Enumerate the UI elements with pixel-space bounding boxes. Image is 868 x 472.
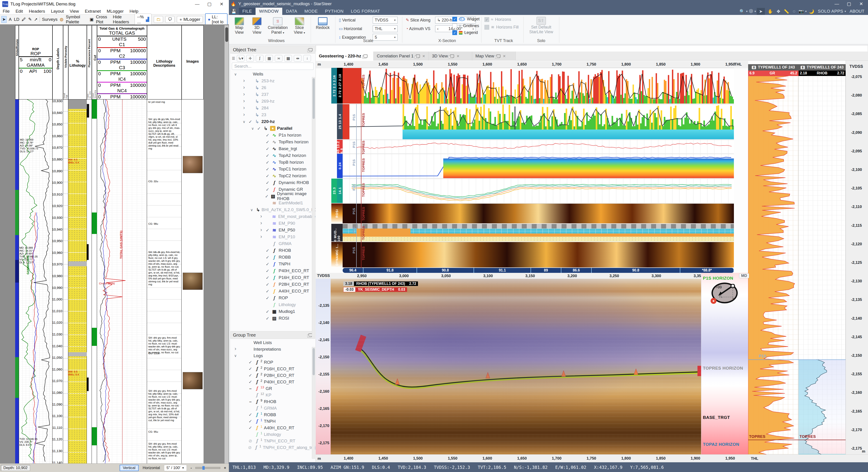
azimuth-decrement[interactable]: ‹ [437, 27, 438, 31]
ll-button[interactable]: ●LL: [not lo [205, 13, 227, 26]
object-tree-row[interactable]: 237 [230, 91, 315, 98]
starsteer-menu-item[interactable]: DATA [282, 8, 301, 15]
visibility-check-icon[interactable] [248, 412, 253, 417]
expand-icon[interactable] [259, 228, 264, 232]
dynamic-image-rhob-track[interactable] [343, 203, 734, 223]
visibility-check-icon[interactable] [265, 146, 270, 152]
starsteer-menu-item[interactable]: FILE [239, 8, 255, 15]
group-tree-scrollbar[interactable] [312, 347, 315, 459]
gridlines-checkbox[interactable]: ⌗Gridlines [452, 24, 480, 28]
dynamic-gr-track[interactable] [343, 68, 734, 103]
object-tree-row[interactable]: Parallel [230, 125, 315, 132]
object-tree-row[interactable]: EM_P10 [230, 233, 315, 240]
object-tree-row[interactable]: Base_trgt [230, 145, 315, 152]
quality-segment[interactable]: 91.8 [364, 268, 417, 273]
tlog-maximize-button[interactable]: ▢ [205, 1, 214, 7]
typewell-rhob-header[interactable]: ⬇ TYPEWELL1 OF 243 [799, 64, 846, 70]
object-tree-row[interactable]: RHOB [230, 247, 315, 254]
arrow-tool-icon[interactable]: ➚ [34, 17, 40, 22]
cursor-tool-icon[interactable]: ➤ [757, 8, 765, 15]
tlog-menu-item[interactable]: Headers [29, 9, 45, 14]
brush-tool-icon[interactable]: 🖉 [22, 17, 26, 22]
object-tree-row[interactable]: Wells [230, 71, 315, 77]
tlog-close-button[interactable]: ✕ [217, 1, 227, 7]
group-tree-row[interactable]: Logs [230, 352, 315, 359]
tlog-titlebar[interactable]: TLog TLog Projects\WITSML Demo.tlog — ▢ … [0, 0, 229, 8]
object-tree-header[interactable]: Object Tree [230, 46, 315, 54]
folder-button[interactable]: 🗀 [154, 16, 163, 23]
rosi-image-track[interactable] [343, 242, 734, 268]
group-tree-row[interactable]: 1 ROBB [230, 411, 315, 418]
hide-headers-button[interactable]: Hide Headers [113, 14, 132, 24]
tab-correlation-panel[interactable]: Correlation Panel 1✕ [374, 52, 429, 61]
quality-segment[interactable]: 91.1 [474, 268, 531, 273]
object-tree-row[interactable]: EM_most_probable [230, 213, 315, 220]
undock-tab-icon[interactable] [364, 55, 368, 58]
expand-icon[interactable] [233, 72, 238, 76]
object-tree-row[interactable]: EM_P50 [230, 227, 315, 233]
starsteer-maximize-button[interactable]: ▢ [844, 0, 854, 7]
expand-icon[interactable] [242, 106, 246, 110]
save-icon[interactable]: 💾 [229, 9, 239, 14]
object-tree-row[interactable]: Dynamic RHOB [230, 179, 315, 186]
expand-icon[interactable] [242, 120, 246, 124]
zoom-in-button[interactable]: + [222, 466, 228, 470]
tlog-menu-item[interactable]: File [3, 9, 10, 14]
expand-icon[interactable] [259, 215, 263, 219]
move-tool-icon[interactable]: ✥ [775, 9, 782, 14]
collapse-icon[interactable]: ⬇ [752, 66, 756, 69]
object-tree-row[interactable]: P28H_ECO_RT [230, 281, 315, 288]
scale-select[interactable]: 5" / 100'▼ [164, 465, 187, 471]
group-tree-row[interactable]: 1 A40H_ECO_RT [230, 424, 315, 431]
object-tree-row[interactable]: A40H_ECO_RT [230, 288, 315, 294]
trajectory-filter-button[interactable]: ↳▾ [237, 55, 245, 62]
object-tree-row[interactable]: P16H_ECO_RT [230, 274, 315, 281]
object-tree-row[interactable]: EarthModel1 [230, 199, 315, 207]
visibility-check-icon[interactable] [265, 289, 270, 294]
tab-map-view[interactable]: Map View✕ [472, 52, 516, 61]
zoom-out-button[interactable]: - [189, 466, 194, 470]
object-tree-row[interactable]: GRMA [230, 240, 315, 247]
quality-segment[interactable]: 96.4 [343, 268, 364, 273]
visibility-check-icon[interactable] [248, 438, 253, 443]
eco-rt-track[interactable] [343, 179, 734, 203]
filter-icon[interactable]: ☰ [232, 56, 235, 61]
object-tree-row[interactable]: TNPH [230, 261, 315, 268]
visibility-check-icon[interactable] [265, 268, 270, 274]
visibility-check-icon[interactable] [265, 133, 270, 138]
visibility-check-icon[interactable] [265, 316, 270, 321]
visibility-check-icon[interactable] [265, 194, 269, 199]
group-tree-row[interactable]: 2 P16H_ECO_RT [230, 366, 315, 372]
wellhead-pin-icon[interactable]: ⦿ [747, 9, 754, 14]
object-tree-row[interactable]: ROP [230, 294, 315, 301]
horizons-fill-checkbox[interactable]: ≋Horizons Fill [485, 25, 519, 30]
group-tree-row[interactable]: 2 P28H_ECO_RT [230, 372, 315, 379]
visibility-check-icon[interactable] [265, 228, 270, 233]
close-tab-icon[interactable]: ✕ [503, 54, 506, 58]
visibility-check-icon[interactable] [265, 187, 270, 192]
3d-view-button[interactable]: 3D View [251, 17, 263, 35]
redock-button[interactable]: Redock [314, 17, 331, 30]
starsteer-menu-item[interactable]: MODE [301, 8, 321, 15]
ld-tool-button[interactable]: LD [14, 17, 20, 22]
expand-icon[interactable] [233, 347, 238, 351]
object-tree-row[interactable]: P1s horizon [230, 132, 315, 138]
tlog-vscrollbar[interactable] [224, 25, 228, 464]
object-tree-row[interactable]: TopB horizon [230, 159, 315, 166]
object-tree-row[interactable]: 26 [230, 84, 315, 91]
expand-icon[interactable] [242, 79, 246, 83]
close-tab-icon[interactable]: ✕ [422, 54, 425, 58]
lithology-image-track[interactable] [343, 224, 734, 242]
float-panel-icon[interactable] [308, 48, 313, 51]
visibility-check-icon[interactable] [265, 295, 270, 301]
expand-icon[interactable] [242, 113, 246, 117]
correlation-panel-button[interactable]: ⟆⟆Correlation Panel ▾ [267, 17, 288, 35]
horizontal-scale-select[interactable]: THL▾ [373, 25, 398, 32]
expand-icon[interactable] [259, 235, 264, 239]
starsteer-menu-item[interactable]: PYTHON [321, 8, 347, 15]
expand-icon[interactable] [259, 221, 264, 226]
tab-3d-view[interactable]: 3D View✕ [429, 52, 472, 61]
dynamic-rhob-track[interactable] [343, 104, 734, 139]
group-tree-row[interactable]: 1 TNPH_ECO_RT [230, 438, 315, 444]
widget-checkbox[interactable]: ✓56.1Widget [452, 17, 480, 22]
